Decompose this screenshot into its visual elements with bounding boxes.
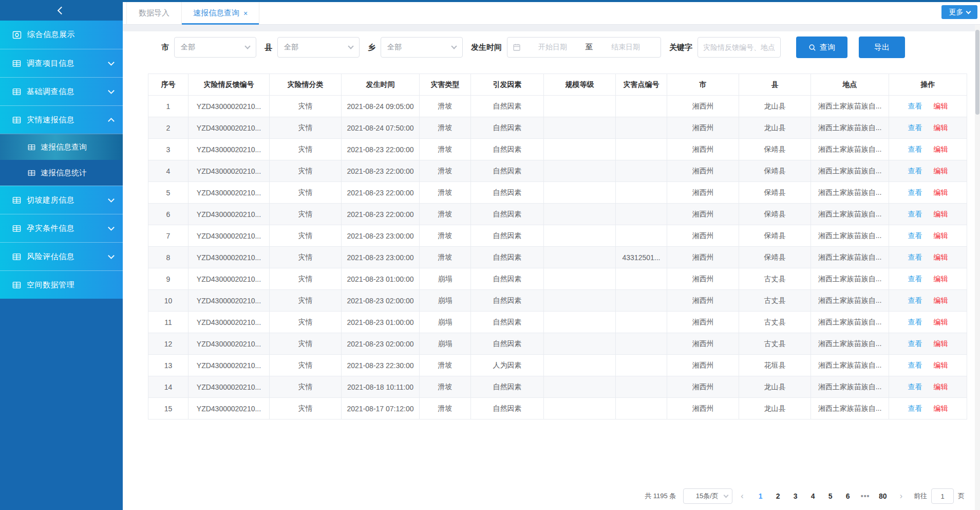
table-cell bbox=[544, 376, 616, 398]
more-button[interactable]: 更多 bbox=[941, 5, 977, 19]
page-number-5[interactable]: 5 bbox=[823, 489, 838, 503]
edit-link[interactable]: 编辑 bbox=[934, 145, 948, 153]
table-cell: 保靖县 bbox=[739, 204, 811, 225]
page-number-80[interactable]: 80 bbox=[876, 489, 890, 503]
tab-label: 数据导入 bbox=[139, 8, 169, 18]
sidebar-item-孕灾条件信息[interactable]: 孕灾条件信息 bbox=[0, 214, 123, 242]
town-select[interactable]: 全部 bbox=[381, 37, 463, 58]
page-number-4[interactable]: 4 bbox=[806, 489, 820, 503]
sidebar-item-调查项目信息[interactable]: 调查项目信息 bbox=[0, 49, 123, 77]
table-cell: 滑坡 bbox=[420, 247, 471, 268]
table-cell: 灾情 bbox=[270, 225, 342, 247]
view-link[interactable]: 查看 bbox=[908, 275, 922, 283]
sidebar-item-空间数据管理[interactable]: 空间数据管理 bbox=[0, 270, 123, 299]
view-link[interactable]: 查看 bbox=[908, 123, 922, 132]
view-link[interactable]: 查看 bbox=[908, 167, 922, 175]
view-link[interactable]: 查看 bbox=[908, 253, 922, 261]
table-cell: 2021-08-23 22:00:00 bbox=[342, 182, 420, 204]
view-link[interactable]: 查看 bbox=[908, 361, 922, 369]
top-bar bbox=[0, 0, 980, 2]
sidebar-item-label: 孕灾条件信息 bbox=[27, 224, 109, 233]
sidebar-collapse-button[interactable] bbox=[0, 0, 123, 21]
start-date-placeholder[interactable]: 开始日期 bbox=[523, 43, 582, 52]
column-header-地点: 地点 bbox=[811, 74, 889, 96]
page-number-3[interactable]: 3 bbox=[788, 489, 803, 503]
prev-page-button[interactable]: ‹ bbox=[739, 491, 745, 501]
scrollbar[interactable] bbox=[975, 25, 980, 510]
column-header-灾险情反馈编号: 灾险情反馈编号 bbox=[189, 74, 270, 96]
page-number-2[interactable]: 2 bbox=[771, 489, 785, 503]
edit-link[interactable]: 编辑 bbox=[934, 296, 948, 304]
tab-close-icon[interactable]: × bbox=[243, 10, 248, 17]
edit-link[interactable]: 编辑 bbox=[934, 123, 948, 132]
table-cell: 湘西土家族苗族自... bbox=[811, 268, 889, 290]
export-button[interactable]: 导出 bbox=[859, 37, 905, 58]
sidebar-subitem-速报信息统计[interactable]: 速报信息统计 bbox=[0, 160, 123, 186]
table-cell: 6 bbox=[148, 204, 189, 225]
edit-link[interactable]: 编辑 bbox=[934, 318, 948, 326]
tab-速报信息查询[interactable]: 速报信息查询× bbox=[182, 2, 259, 24]
sidebar-item-风险评估信息[interactable]: 风险评估信息 bbox=[0, 242, 123, 270]
search-button[interactable]: 查询 bbox=[796, 37, 847, 58]
page-size-select[interactable]: 15条/页 bbox=[683, 488, 732, 504]
edit-link[interactable]: 编辑 bbox=[934, 339, 948, 348]
sidebar-item-基础调查信息[interactable]: 基础调查信息 bbox=[0, 77, 123, 105]
date-range-picker[interactable]: 开始日期 至 结束日期 bbox=[507, 37, 661, 58]
table-cell bbox=[544, 268, 616, 290]
table-cell: 自然因素 bbox=[471, 160, 544, 182]
sidebar-subitem-速报信息查询[interactable]: 速报信息查询 bbox=[0, 134, 123, 160]
view-link[interactable]: 查看 bbox=[908, 231, 922, 240]
sidebar-item-切坡建房信息[interactable]: 切坡建房信息 bbox=[0, 186, 123, 214]
view-link[interactable]: 查看 bbox=[908, 188, 922, 196]
view-link[interactable]: 查看 bbox=[908, 145, 922, 153]
sidebar-item-灾情速报信息[interactable]: 灾情速报信息 bbox=[0, 105, 123, 134]
sidebar-item-label: 调查项目信息 bbox=[27, 59, 109, 68]
next-page-button[interactable]: › bbox=[898, 491, 904, 501]
table-cell: 自然因素 bbox=[471, 312, 544, 333]
view-link[interactable]: 查看 bbox=[908, 102, 922, 110]
table-cell: 湘西州 bbox=[667, 312, 739, 333]
chevron-down-icon bbox=[108, 196, 115, 203]
tab-数据导入[interactable]: 数据导入 bbox=[126, 2, 182, 24]
actions-cell: 查看编辑 bbox=[889, 355, 967, 376]
page-number-1[interactable]: 1 bbox=[753, 489, 768, 503]
view-link[interactable]: 查看 bbox=[908, 339, 922, 348]
view-link[interactable]: 查看 bbox=[908, 296, 922, 304]
table-cell: 保靖县 bbox=[739, 182, 811, 204]
actions-cell: 查看编辑 bbox=[889, 139, 967, 160]
edit-link[interactable]: 编辑 bbox=[934, 231, 948, 240]
table-cell: 灾情 bbox=[270, 139, 342, 160]
column-header-灾害点编号: 灾害点编号 bbox=[616, 74, 667, 96]
edit-link[interactable]: 编辑 bbox=[934, 102, 948, 110]
table-cell: 12 bbox=[148, 333, 189, 355]
city-select[interactable]: 全部 bbox=[174, 37, 256, 58]
table-cell: 湘西土家族苗族自... bbox=[811, 96, 889, 117]
end-date-placeholder[interactable]: 结束日期 bbox=[596, 43, 655, 52]
edit-link[interactable]: 编辑 bbox=[934, 188, 948, 196]
edit-link[interactable]: 编辑 bbox=[934, 210, 948, 218]
view-link[interactable]: 查看 bbox=[908, 404, 922, 412]
edit-link[interactable]: 编辑 bbox=[934, 275, 948, 283]
edit-link[interactable]: 编辑 bbox=[934, 383, 948, 391]
county-select[interactable]: 全部 bbox=[277, 37, 360, 58]
sidebar-item-label: 切坡建房信息 bbox=[27, 195, 109, 205]
table-cell: YZD43000020210... bbox=[189, 96, 270, 117]
table-cell: 2021-08-23 01:00:00 bbox=[342, 268, 420, 290]
table-cell: 灾情 bbox=[270, 96, 342, 117]
view-link[interactable]: 查看 bbox=[908, 210, 922, 218]
edit-link[interactable]: 编辑 bbox=[934, 404, 948, 412]
search-button-label: 查询 bbox=[820, 43, 835, 52]
results-table-wrapper: 序号灾险情反馈编号灾险情分类发生时间灾害类型引发因素规模等级灾害点编号市县地点操… bbox=[148, 74, 967, 420]
view-link[interactable]: 查看 bbox=[908, 318, 922, 326]
edit-link[interactable]: 编辑 bbox=[934, 167, 948, 175]
table-cell: 1 bbox=[148, 96, 189, 117]
sidebar-item-综合信息展示[interactable]: 综合信息展示 bbox=[0, 21, 123, 49]
table-cell: 保靖县 bbox=[739, 225, 811, 247]
keyword-input[interactable] bbox=[698, 37, 781, 58]
view-link[interactable]: 查看 bbox=[908, 383, 922, 391]
goto-page-input[interactable] bbox=[931, 488, 954, 504]
page-number-6[interactable]: 6 bbox=[841, 489, 855, 503]
scrollbar-thumb[interactable] bbox=[975, 30, 979, 115]
edit-link[interactable]: 编辑 bbox=[934, 361, 948, 369]
edit-link[interactable]: 编辑 bbox=[934, 253, 948, 261]
